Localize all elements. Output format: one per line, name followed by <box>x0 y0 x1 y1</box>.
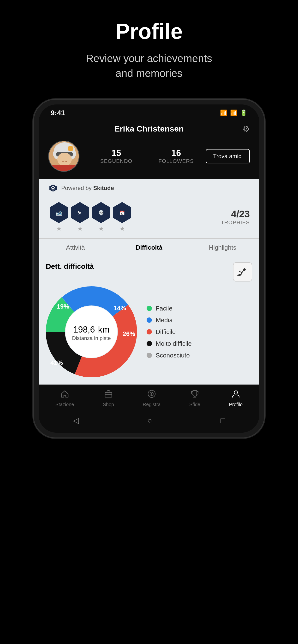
tabs-bar: Attività Difficoltà Highlights <box>39 238 259 256</box>
svg-text:💀: 💀 <box>98 210 104 216</box>
legend-item-facile: Facile <box>146 305 192 312</box>
trophy-star-4: ★ <box>119 225 125 232</box>
followers-stat: 16 FOLLOWERS <box>146 148 206 164</box>
skitude-powered-text: Powered by Skitude <box>61 185 114 192</box>
nav-item-shop[interactable]: Shop <box>103 390 114 407</box>
percent-black: 19% <box>57 303 69 310</box>
android-nav: ◁ ○ □ <box>39 410 259 433</box>
nav-item-sfide[interactable]: Sfide <box>189 390 200 407</box>
chart-container: 14% 26% 41% 19% 198,6 km Distanza in pis… <box>46 286 252 377</box>
following-stat: 15 SEGUENDO <box>87 148 146 164</box>
back-button[interactable]: ◁ <box>66 414 86 427</box>
find-friends-button[interactable]: Trova amici <box>206 149 250 164</box>
trophy-count: 4/23 TROPHIES <box>221 209 250 226</box>
battery-icon: 🔋 <box>240 110 247 116</box>
nav-label-shop: Shop <box>103 402 114 407</box>
trophy-hex-1: 🎿 <box>48 202 69 223</box>
trophy-icon <box>191 390 199 400</box>
phone-inner: 9:41 📶 📶 🔋 Erika Christensen ⚙ <box>39 104 259 433</box>
legend-item-difficile: Difficile <box>146 328 192 336</box>
percent-blue: 26% <box>123 330 135 338</box>
svg-point-6 <box>68 146 73 152</box>
home-icon <box>60 390 69 400</box>
following-count: 15 <box>87 148 146 158</box>
bottom-nav: Stazione Shop <box>39 384 259 410</box>
record-icon <box>147 390 156 400</box>
legend-label-difficile: Difficile <box>156 328 176 336</box>
phone-frame: 9:41 📶 📶 🔋 Erika Christensen ⚙ <box>34 100 264 438</box>
nav-item-stazione[interactable]: Stazione <box>55 390 74 407</box>
signal-icon: 📶 <box>230 110 237 116</box>
page-wrapper: Profile Review your achievementsand memo… <box>0 0 298 644</box>
home-button[interactable]: ○ <box>140 414 159 427</box>
percent-red: 41% <box>50 359 63 366</box>
trophy-label: TROPHIES <box>221 220 250 226</box>
nav-label-sfide: Sfide <box>189 402 200 407</box>
wifi-icon: 📶 <box>220 110 227 116</box>
legend-dot-media <box>146 318 152 323</box>
tab-highlights[interactable]: Highlights <box>186 238 259 256</box>
nav-item-registra[interactable]: Registra <box>143 390 161 407</box>
trophy-star-3: ★ <box>98 225 104 232</box>
legend-label-facile: Facile <box>156 305 172 312</box>
legend-dot-sconosciuto <box>146 353 152 358</box>
trophy-item: 🎿 ★ <box>48 202 69 232</box>
trophy-star-2: ★ <box>77 225 83 232</box>
chart-section: Dett. difficoltà <box>39 256 259 384</box>
donut-distance: 198,6 km <box>72 322 111 335</box>
legend-item-media: Media <box>146 316 192 324</box>
trophy-hex-2: ⛷ <box>69 202 90 223</box>
legend-item-molto: Molto difficile <box>146 340 192 348</box>
donut-center: 198,6 km Distanza in piste <box>72 322 111 342</box>
svg-text:⛷: ⛷ <box>77 210 82 216</box>
donut-label: Distanza in piste <box>72 335 111 342</box>
shop-icon <box>104 390 113 400</box>
page-subtitle: Review your achievementsand memories <box>86 51 212 80</box>
trophies-section: 🎿 ★ ⛷ ★ <box>39 197 259 238</box>
donut-chart: 14% 26% 41% 19% 198,6 km Distanza in pis… <box>46 286 137 377</box>
legend-label-sconosciuto: Sconosciuto <box>156 352 190 359</box>
following-label: SEGUENDO <box>87 158 146 164</box>
tab-difficolta[interactable]: Difficoltà <box>112 238 186 256</box>
profile-header: Erika Christensen ⚙ <box>39 119 259 179</box>
skitude-banner: Powered by Skitude <box>39 179 259 197</box>
nav-item-profilo[interactable]: Profilo <box>229 390 243 407</box>
profile-name-row: Erika Christensen ⚙ <box>48 124 250 134</box>
svg-line-13 <box>239 272 242 272</box>
svg-text:📅: 📅 <box>119 210 125 216</box>
chart-legend: Facile Media Difficile Molto diffic <box>146 305 192 359</box>
avatar-image <box>49 141 79 171</box>
chart-title: Dett. difficoltà <box>46 262 94 270</box>
svg-point-25 <box>151 393 152 394</box>
nav-label-stazione: Stazione <box>55 402 74 407</box>
profile-info-row: 15 SEGUENDO 16 FOLLOWERS Trova amici <box>48 141 250 172</box>
tab-attivita[interactable]: Attività <box>39 238 112 256</box>
svg-text:🎿: 🎿 <box>56 210 62 216</box>
status-time: 9:41 <box>51 109 65 117</box>
legend-dot-difficile <box>146 329 152 334</box>
trophy-item: 📅 ★ <box>112 202 133 232</box>
legend-dot-molto <box>146 341 152 346</box>
followers-count: 16 <box>146 148 206 158</box>
legend-label-media: Media <box>156 316 173 324</box>
legend-label-molto: Molto difficile <box>156 340 192 348</box>
svg-point-4 <box>57 152 72 166</box>
chart-header: Dett. difficoltà <box>46 262 252 282</box>
status-bar: 9:41 📶 📶 🔋 <box>39 104 259 119</box>
ski-filter-button[interactable] <box>233 262 252 282</box>
svg-rect-5 <box>49 165 79 171</box>
trophy-number: 4/23 <box>221 209 250 220</box>
status-icons: 📶 📶 🔋 <box>220 110 247 116</box>
svg-rect-21 <box>105 392 112 397</box>
percent-green: 14% <box>113 304 126 312</box>
nav-label-profilo: Profilo <box>229 402 243 407</box>
settings-icon[interactable]: ⚙ <box>243 124 250 134</box>
trophy-star-1: ★ <box>56 225 62 232</box>
nav-label-registra: Registra <box>143 402 161 407</box>
skitude-logo-icon <box>48 183 58 193</box>
page-title: Profile <box>115 19 183 44</box>
trophy-item: 💀 ★ <box>90 202 112 232</box>
profile-name: Erika Christensen <box>114 124 184 134</box>
recent-button[interactable]: □ <box>213 414 232 427</box>
trophy-hex-3: 💀 <box>90 202 112 223</box>
